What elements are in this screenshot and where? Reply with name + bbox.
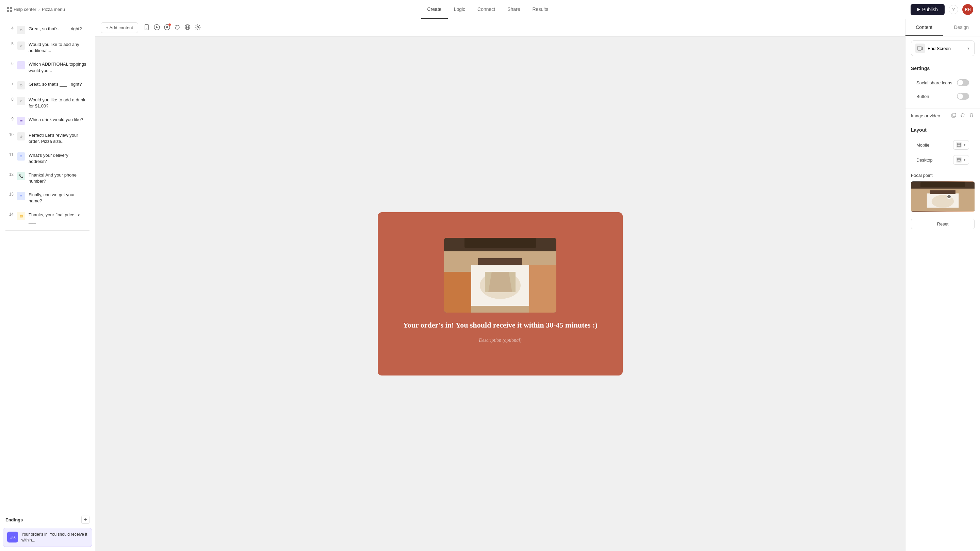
desktop-layout-icon xyxy=(956,157,962,163)
ending-item[interactable]: ⊞ A Your order's in! You should receive … xyxy=(3,528,92,547)
desktop-layout-select[interactable]: ▼ xyxy=(953,155,969,165)
item-icon-13: ≡ xyxy=(17,192,25,200)
image-delete-button[interactable] xyxy=(969,112,975,119)
tab-content[interactable]: Content xyxy=(905,19,943,36)
mobile-layout-select[interactable]: ▼ xyxy=(953,140,969,150)
help-icon[interactable]: ? xyxy=(949,5,958,14)
focal-point-placeholder xyxy=(911,181,975,212)
svg-marker-21 xyxy=(488,272,512,292)
list-item[interactable]: 12 📞 Thanks! And your phone number? xyxy=(3,169,92,188)
tab-logic[interactable]: Logic xyxy=(448,0,471,19)
history-icon[interactable] xyxy=(174,24,180,32)
item-icon-6: ≔ xyxy=(17,61,25,69)
image-video-row: Image or video xyxy=(905,109,980,123)
sidebar-list: 4 ⊘ Great, so that's ___ , right? 5 ⊘ Wo… xyxy=(0,19,95,511)
tab-connect[interactable]: Connect xyxy=(471,0,501,19)
settings-title: Settings xyxy=(911,66,975,71)
item-icon-11: ≡ xyxy=(17,152,25,160)
tab-design[interactable]: Design xyxy=(943,19,980,36)
publish-button[interactable]: Publish xyxy=(911,4,945,15)
panel-tabs: Content Design xyxy=(905,19,980,37)
svg-point-9 xyxy=(166,26,168,28)
image-replace-button[interactable] xyxy=(959,112,966,119)
gear-icon[interactable] xyxy=(195,24,201,32)
add-ending-button[interactable]: + xyxy=(81,516,89,524)
tab-share[interactable]: Share xyxy=(501,0,526,19)
main-layout: 4 ⊘ Great, so that's ___ , right? 5 ⊘ Wo… xyxy=(0,19,980,551)
list-item[interactable]: 8 ⊘ Would you like to add a drink for $1… xyxy=(3,94,92,113)
item-icon-7: ⊘ xyxy=(17,81,25,89)
social-share-toggle[interactable] xyxy=(957,79,969,86)
svg-marker-7 xyxy=(156,26,158,28)
breadcrumb-separator: › xyxy=(38,7,40,12)
svg-rect-2 xyxy=(7,10,9,12)
svg-rect-36 xyxy=(930,190,956,194)
image-copy-button[interactable] xyxy=(951,112,957,119)
svg-point-13 xyxy=(197,26,198,28)
breadcrumb-icon: Help center xyxy=(7,7,36,12)
item-icon-4: ⊘ xyxy=(17,26,25,34)
breadcrumb-current: Pizza menu xyxy=(42,7,65,12)
end-screen-icon xyxy=(915,43,925,53)
right-panel: Content Design End Screen ▼ Settings Soc… xyxy=(905,19,980,551)
focal-point-dot[interactable] xyxy=(947,194,951,199)
settings-dot-icon[interactable] xyxy=(164,24,170,32)
avatar[interactable]: RH xyxy=(962,4,973,15)
mobile-layout-row: Mobile ▼ xyxy=(911,137,975,152)
settings-section: Settings Social share icons Button xyxy=(905,60,980,109)
breadcrumb: Help center › Pizza menu xyxy=(7,7,65,12)
list-item[interactable]: 6 ≔ Which ADDITIONAL toppings would you.… xyxy=(3,58,92,77)
language-icon[interactable] xyxy=(185,24,191,32)
svg-rect-22 xyxy=(444,272,471,313)
canvas-card: Your order's in! You should receive it w… xyxy=(378,212,623,375)
tab-create[interactable]: Create xyxy=(421,0,448,19)
reset-button[interactable]: Reset xyxy=(911,219,975,229)
list-item[interactable]: 4 ⊘ Great, so that's ___ , right? xyxy=(3,22,92,37)
mobile-view-icon[interactable] xyxy=(143,24,150,32)
social-share-label: Social share icons xyxy=(916,80,953,86)
canvas-image xyxy=(444,238,556,313)
breadcrumb-home-label[interactable]: Help center xyxy=(14,7,36,12)
button-toggle[interactable] xyxy=(957,93,969,100)
end-screen-selector[interactable]: End Screen ▼ xyxy=(911,40,975,56)
end-screen-label: End Screen xyxy=(928,46,964,51)
list-item[interactable]: 9 ≔ Which drink would you like? xyxy=(3,113,92,128)
button-slider xyxy=(957,93,969,100)
desktop-layout-row: Desktop ▼ xyxy=(911,152,975,167)
layout-title: Layout xyxy=(911,127,975,133)
list-item[interactable]: 10 ⊘ Perfect! Let's review your order. P… xyxy=(3,129,92,148)
canvas-title[interactable]: Your order's in! You should receive it w… xyxy=(403,321,598,330)
item-icon-14: ▤ xyxy=(17,212,25,220)
svg-rect-30 xyxy=(957,159,961,161)
svg-rect-25 xyxy=(921,47,923,50)
svg-point-5 xyxy=(146,29,147,29)
item-icon-12: 📞 xyxy=(17,172,25,180)
toolbar-icons xyxy=(143,24,201,32)
mobile-label: Mobile xyxy=(916,143,929,148)
endings-header: Endings + xyxy=(0,511,95,527)
svg-rect-24 xyxy=(918,46,921,50)
add-content-button[interactable]: + Add content xyxy=(101,22,138,33)
tab-results[interactable]: Results xyxy=(527,0,555,19)
item-icon-5: ⊘ xyxy=(17,41,25,50)
focal-point-image[interactable] xyxy=(911,181,975,212)
list-item[interactable]: 14 ▤ Thanks, your final price is: ___ xyxy=(3,208,92,227)
social-share-slider xyxy=(957,79,969,86)
button-label: Button xyxy=(916,94,929,99)
item-icon-10: ⊘ xyxy=(17,132,25,140)
list-item[interactable]: 13 ≡ Finally, can we get your name? xyxy=(3,189,92,208)
canvas-description[interactable]: Description (optional) xyxy=(479,338,522,343)
image-video-label: Image or video xyxy=(911,113,940,118)
list-item[interactable]: 5 ⊘ Would you like to add any additional… xyxy=(3,38,92,57)
list-item[interactable]: 7 ⊘ Great, so that's ___ , right? xyxy=(3,78,92,93)
ending-item-icon: ⊞ A xyxy=(7,532,18,543)
svg-rect-16 xyxy=(465,238,536,248)
svg-rect-27 xyxy=(953,113,956,117)
list-item[interactable]: 11 ≡ What's your delivery address? xyxy=(3,149,92,168)
canvas-content: Your order's in! You should receive it w… xyxy=(95,37,905,551)
mobile-layout-icon xyxy=(956,142,962,148)
sidebar: 4 ⊘ Great, so that's ___ , right? 5 ⊘ Wo… xyxy=(0,19,95,551)
play-preview-icon[interactable] xyxy=(154,24,160,32)
endings-label: Endings xyxy=(5,517,23,522)
desktop-chevron-icon: ▼ xyxy=(963,158,966,162)
